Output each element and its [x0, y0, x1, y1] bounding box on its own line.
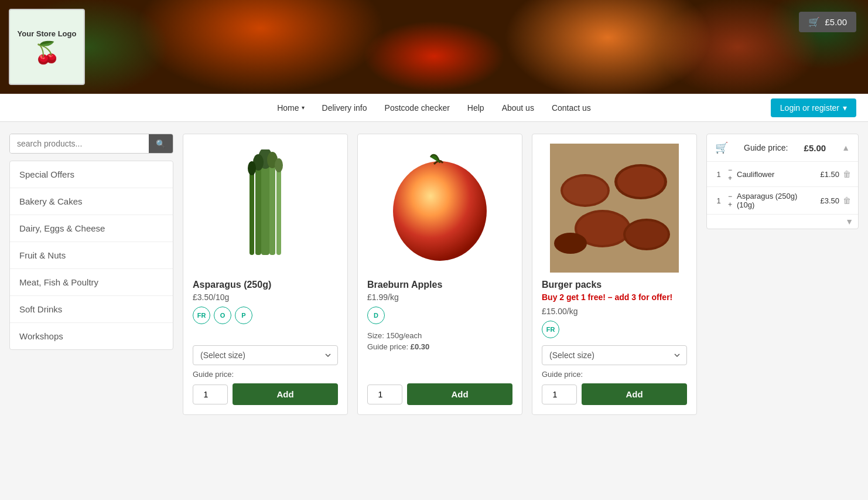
cart-button[interactable]: 🛒 £5.00 — [799, 12, 856, 32]
sidebar-item-workshops[interactable]: Workshops — [10, 323, 173, 349]
cart-item-name: Cauliflower — [737, 170, 816, 179]
cart-item-name: Asparagus (250g) (10g) — [737, 192, 816, 209]
cart-total: £5.00 — [804, 143, 826, 153]
cart-item-qty: 1 — [714, 196, 723, 205]
cart-delete-button[interactable]: 🗑 — [843, 169, 851, 179]
products-area: Asparagus (250g) £3.50/10g FR O P (Selec… — [183, 134, 697, 415]
store-logo: Your Store Logo 🍒 — [9, 9, 85, 85]
sidebar-item-fruit-nuts[interactable]: Fruit & Nuts — [10, 242, 173, 269]
product-image-apples — [367, 144, 512, 273]
sidebar-item-special-offers[interactable]: Special Offers — [10, 161, 173, 188]
product-price: £1.99/kg — [367, 292, 512, 302]
quantity-input[interactable] — [367, 385, 402, 404]
cart-scroll-controls: ▼ — [707, 215, 858, 229]
tag-fr: FR — [193, 307, 210, 324]
cart-total: £5.00 — [825, 17, 847, 27]
cart-item: 1 − + Asparagus (250g) (10g) £3.50 🗑 — [707, 187, 858, 215]
navigation: Home ▾ Delivery info Postcode checker He… — [0, 94, 868, 122]
cart-icon: 🛒 — [715, 141, 728, 154]
sidebar-item-meat[interactable]: Meat, Fish & Poultry — [10, 269, 173, 296]
quantity-input[interactable] — [193, 385, 228, 404]
size-select[interactable]: (Select size) — [542, 345, 687, 365]
nav-contact-us[interactable]: Contact us — [552, 103, 591, 113]
tag-p: P — [235, 307, 252, 324]
product-price: £15.00/kg — [542, 307, 687, 316]
size-info: Size: 150g/each — [367, 331, 512, 340]
product-price: £3.50/10g — [193, 292, 338, 302]
search-button[interactable]: 🔍 — [149, 134, 173, 153]
add-row: Add — [542, 383, 687, 405]
search-bar: 🔍 — [9, 134, 173, 154]
product-image-burgers — [542, 144, 687, 273]
guide-price: Guide price: £0.30 — [367, 342, 512, 351]
svg-point-10 — [393, 161, 487, 261]
search-icon: 🔍 — [156, 140, 166, 148]
cart-item-qty: 1 — [714, 170, 723, 179]
burgers-svg — [550, 144, 679, 273]
product-offer: Buy 2 get 1 free! – add 3 for offer! — [542, 292, 687, 302]
cart-decrease-button[interactable]: − — [727, 166, 733, 174]
svg-rect-3 — [250, 167, 254, 255]
cart-increase-button[interactable]: + — [727, 175, 733, 182]
cart-item-controls: − + — [727, 193, 733, 208]
product-tags: D — [367, 307, 512, 324]
cart-item-controls: − + — [727, 166, 733, 182]
cart-scroll-up[interactable]: ▲ — [842, 143, 850, 152]
login-register-button[interactable]: Login or register ▾ — [771, 98, 856, 117]
svg-rect-0 — [261, 155, 269, 255]
add-button[interactable]: Add — [582, 383, 687, 405]
cart-increase-button[interactable]: + — [727, 201, 733, 208]
sidebar-item-dairy[interactable]: Dairy, Eggs & Cheese — [10, 215, 173, 242]
sidebar-menu: Special Offers Bakery & Cakes Dairy, Egg… — [9, 161, 173, 350]
nav-postcode-checker[interactable]: Postcode checker — [385, 103, 450, 113]
product-name: Asparagus (250g) — [193, 280, 338, 290]
header: Your Store Logo 🍒 🛒 £5.00 — [0, 0, 868, 94]
store-logo-text: Your Store Logo — [18, 29, 77, 38]
cherry-icon: 🍒 — [34, 40, 60, 65]
product-card-asparagus: Asparagus (250g) £3.50/10g FR O P (Selec… — [183, 134, 348, 415]
guide-price: Guide price: — [542, 370, 687, 379]
header-background — [0, 0, 868, 94]
size-select[interactable]: (Select size) — [193, 345, 338, 365]
cart-guide-price-label: Guide price: — [744, 143, 788, 152]
cart-scroll-down[interactable]: ▼ — [845, 217, 853, 226]
main-container: 🔍 Special Offers Bakery & Cakes Dairy, E… — [0, 122, 868, 427]
cart-item-price: £3.50 — [820, 196, 839, 205]
product-name: Braeburn Apples — [367, 280, 512, 290]
cart-item-price: £1.50 — [820, 170, 839, 179]
svg-rect-4 — [276, 164, 281, 255]
product-image-asparagus — [193, 144, 338, 273]
sidebar-item-bakery-cakes[interactable]: Bakery & Cakes — [10, 188, 173, 215]
nav-help[interactable]: Help — [467, 103, 484, 113]
svg-rect-21 — [550, 144, 679, 273]
apple-svg — [384, 152, 495, 264]
tag-d: D — [367, 307, 385, 324]
quantity-input[interactable] — [542, 385, 577, 404]
svg-rect-1 — [255, 161, 261, 255]
search-input[interactable] — [10, 134, 149, 153]
chevron-down-icon: ▾ — [302, 104, 305, 111]
svg-point-8 — [248, 161, 256, 175]
add-button[interactable]: Add — [407, 383, 512, 405]
sidebar-item-soft-drinks[interactable]: Soft Drinks — [10, 296, 173, 323]
product-name: Burger packs — [542, 280, 687, 290]
cart-item: 1 − + Cauliflower £1.50 🗑 — [707, 162, 858, 187]
cart-panel: 🛒 Guide price: £5.00 ▲ 1 − + Cauliflower… — [706, 134, 859, 229]
nav-delivery-info[interactable]: Delivery info — [322, 103, 367, 113]
product-tags: FR O P — [193, 307, 338, 324]
cart-icon: 🛒 — [808, 16, 820, 28]
tag-o: O — [214, 307, 231, 324]
svg-rect-2 — [269, 158, 275, 255]
cart-decrease-button[interactable]: − — [727, 193, 733, 200]
add-row: Add — [367, 383, 512, 405]
asparagus-svg — [239, 149, 292, 267]
nav-home[interactable]: Home ▾ — [277, 103, 304, 113]
svg-point-9 — [275, 158, 283, 172]
add-row: Add — [193, 383, 338, 405]
product-card-burgers: Burger packs Buy 2 get 1 free! – add 3 f… — [532, 134, 697, 415]
add-button[interactable]: Add — [233, 383, 338, 405]
sidebar: 🔍 Special Offers Bakery & Cakes Dairy, E… — [9, 134, 173, 415]
nav-about-us[interactable]: About us — [502, 103, 534, 113]
cart-delete-button[interactable]: 🗑 — [843, 196, 851, 205]
tag-fr: FR — [542, 321, 559, 338]
